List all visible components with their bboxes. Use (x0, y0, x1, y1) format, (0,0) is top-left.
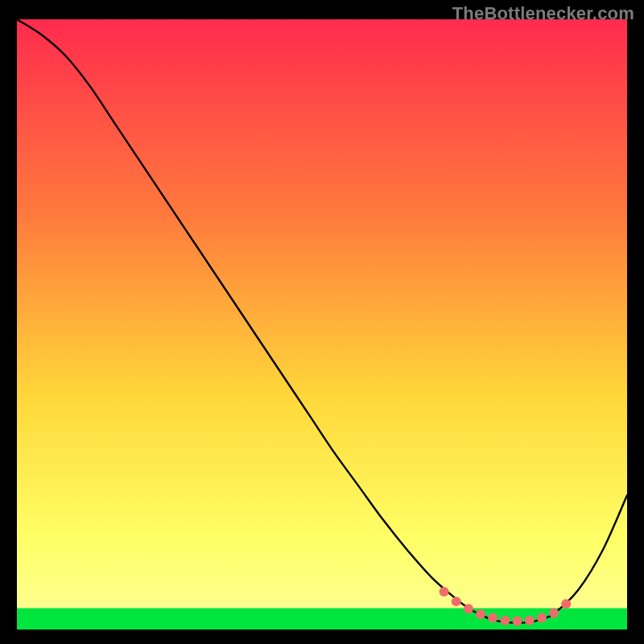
gradient-background (17, 19, 627, 630)
highlight-dot (561, 599, 571, 609)
highlight-dot (452, 597, 461, 606)
highlight-dot (440, 587, 449, 597)
highlight-dot (513, 616, 522, 625)
highlight-dot (537, 613, 547, 623)
highlight-dot (525, 616, 535, 625)
highlight-dot (549, 609, 559, 618)
plot-area (17, 19, 627, 630)
highlight-dot (500, 616, 510, 625)
green-band (17, 608, 627, 630)
chart-frame: TheBottlenecker.com (0, 0, 644, 644)
highlight-dot (464, 604, 473, 613)
plot-svg (17, 19, 627, 630)
highlight-dot (488, 613, 497, 623)
highlight-dot (476, 609, 485, 619)
